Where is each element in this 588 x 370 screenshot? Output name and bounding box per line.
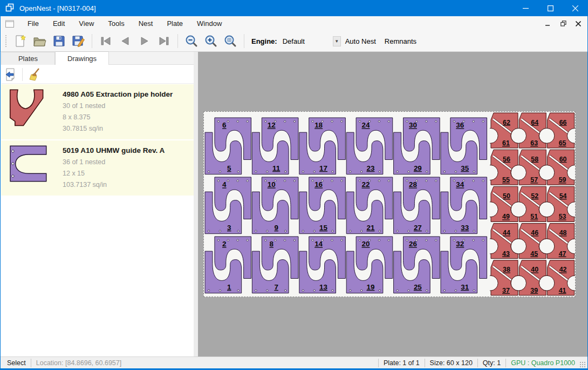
- nest-canvas[interactable]: 6512111817242330293635431091615222128273…: [198, 52, 588, 356]
- part-number: 50: [503, 192, 510, 200]
- menu-window[interactable]: Window: [190, 17, 229, 30]
- purple-pair-cell[interactable]: 109: [252, 177, 298, 234]
- zoom-fit-button[interactable]: [221, 32, 240, 50]
- drill-hole: [237, 171, 239, 172]
- plate[interactable]: 6512111817242330293635431091615222128273…: [203, 111, 576, 297]
- purple-pair-cell[interactable]: 2625: [394, 237, 440, 293]
- purple-pair-cell[interactable]: 3635: [441, 118, 487, 174]
- new-file-button[interactable]: [10, 32, 30, 50]
- drawing-size: 12 x 15: [63, 168, 189, 179]
- drill-hole: [379, 230, 380, 232]
- drawing-title: 4980 A05 Extraction pipe holder: [63, 90, 189, 98]
- drill-hole: [332, 230, 333, 232]
- drill-hole: [453, 180, 455, 181]
- part-number: 41: [559, 287, 566, 294]
- maximize-button[interactable]: [538, 0, 563, 16]
- minimize-button[interactable]: [513, 0, 538, 16]
- previous-plate-button[interactable]: [115, 32, 135, 50]
- auto-nest-button[interactable]: Auto Nest: [341, 34, 380, 49]
- zoom-out-button[interactable]: [182, 32, 201, 50]
- menu-nest[interactable]: Nest: [132, 17, 160, 30]
- left-panel: Plates Drawings: [1, 52, 194, 356]
- part-number: 25: [414, 283, 422, 291]
- engine-selected-value: Default: [281, 37, 333, 45]
- drill-hole: [349, 290, 351, 291]
- menu-tools[interactable]: Tools: [101, 17, 131, 30]
- new-file-icon: [13, 34, 27, 48]
- remnants-button[interactable]: Remnants: [380, 34, 421, 49]
- open-folder-icon: [32, 34, 46, 48]
- purple-pair-cell[interactable]: 1615: [299, 177, 346, 234]
- menu-edit[interactable]: Edit: [46, 17, 72, 30]
- purple-pair-cell[interactable]: 65: [205, 118, 251, 174]
- import-drawing-button[interactable]: [1, 66, 19, 83]
- mdi-minimize-button[interactable]: [542, 18, 554, 29]
- drill-hole: [482, 180, 484, 181]
- part-number: 47: [559, 250, 566, 258]
- drill-hole: [341, 239, 343, 241]
- drill-hole: [408, 230, 409, 232]
- drill-hole: [453, 239, 455, 241]
- circular-pocket: [539, 239, 554, 254]
- drawing-nested-count: 30 of 1 nested: [63, 100, 189, 112]
- tab-drawings[interactable]: Drawings: [55, 51, 109, 65]
- purple-pair-cell[interactable]: 3433: [441, 177, 487, 234]
- engine-select[interactable]: Default ▼: [281, 35, 341, 47]
- save-as-button[interactable]: [69, 32, 88, 50]
- drill-hole: [237, 180, 238, 181]
- broom-icon: [28, 68, 42, 82]
- mdi-restore-button[interactable]: [557, 18, 569, 29]
- drill-hole: [426, 290, 428, 291]
- save-button[interactable]: [49, 32, 69, 50]
- status-separator: [477, 359, 478, 367]
- red-region: 6261646366655655585760595049525154534443…: [483, 113, 575, 295]
- drill-hole: [379, 171, 380, 172]
- clear-drawings-button[interactable]: [25, 66, 44, 83]
- last-plate-button[interactable]: [154, 32, 174, 50]
- purple-pair-cell[interactable]: 3029: [394, 118, 440, 174]
- purple-pair-cell[interactable]: 2423: [346, 118, 393, 174]
- menu-file[interactable]: File: [20, 17, 46, 30]
- mdi-close-button[interactable]: [572, 18, 584, 29]
- purple-pair-cell[interactable]: 2221: [346, 177, 393, 234]
- drawing-item-uhmw-guide[interactable]: 5019 A10 UHMW guide Rev. A 36 of 1 neste…: [1, 140, 194, 196]
- drawing-item-extraction-pipe-holder[interactable]: 4980 A05 Extraction pipe holder 30 of 1 …: [1, 84, 194, 139]
- opennest-window: { "window": { "title": "OpenNest - [N031…: [0, 0, 588, 370]
- nest-plate-svg[interactable]: 6512111817242330293635431091615222128273…: [204, 112, 575, 297]
- purple-pair-cell[interactable]: 3231: [441, 237, 487, 293]
- chevron-down-icon[interactable]: ▼: [333, 36, 341, 46]
- part-number: 11: [272, 164, 280, 172]
- toolbar-grip[interactable]: [5, 35, 7, 48]
- open-button[interactable]: [30, 32, 49, 50]
- drill-hole: [217, 239, 219, 241]
- tab-plates[interactable]: Plates: [1, 52, 55, 65]
- drawing-area: 103.7137 sq/in: [63, 179, 189, 191]
- purple-pair-cell[interactable]: 21: [205, 237, 251, 293]
- drill-hole: [255, 171, 257, 172]
- purple-pair-cell[interactable]: 2019: [346, 237, 393, 293]
- panel-splitter[interactable]: [194, 52, 198, 356]
- drill-hole: [408, 171, 409, 172]
- purple-pair-cell[interactable]: 43: [205, 177, 251, 234]
- zoom-in-button[interactable]: [201, 32, 221, 50]
- next-plate-button[interactable]: [135, 32, 154, 50]
- purple-pair-cell[interactable]: 1817: [299, 118, 346, 174]
- close-button[interactable]: [563, 0, 587, 16]
- circular-pocket: [511, 275, 526, 291]
- drawing-list: 4980 A05 Extraction pipe holder 30 of 1 …: [1, 84, 194, 197]
- menu-view[interactable]: View: [72, 17, 101, 30]
- menu-plate[interactable]: Plate: [160, 17, 190, 30]
- drill-hole: [435, 239, 437, 241]
- drill-hole: [473, 120, 474, 122]
- status-qty: Qty: 1: [483, 359, 501, 367]
- drill-hole: [208, 230, 209, 232]
- first-plate-button[interactable]: [96, 32, 115, 50]
- part-number: 42: [559, 266, 567, 274]
- purple-pair-cell[interactable]: 87: [252, 237, 298, 293]
- purple-pair-cell[interactable]: 2827: [394, 177, 440, 234]
- drill-hole: [266, 171, 268, 172]
- purple-pair-cell[interactable]: 1413: [299, 237, 346, 293]
- part-number: 14: [314, 240, 323, 248]
- purple-pair-cell[interactable]: 1211: [252, 118, 298, 174]
- resize-grip[interactable]: [579, 361, 586, 368]
